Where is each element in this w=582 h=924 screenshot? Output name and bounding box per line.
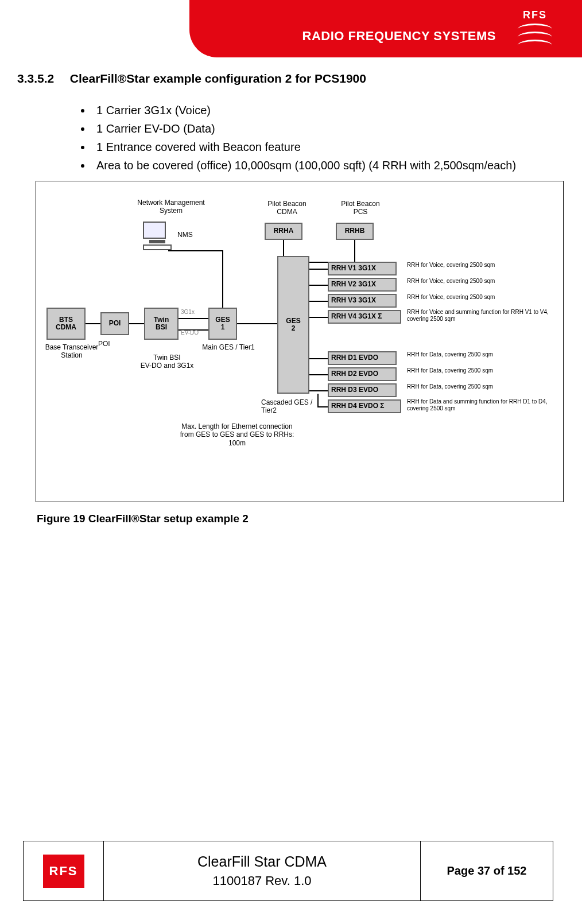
- list-item: 1 Carrier EV-DO (Data): [92, 120, 565, 137]
- poi-label: POI: [98, 340, 110, 348]
- nms-label: NMS: [177, 231, 193, 239]
- rrha-box: RRHA: [265, 223, 302, 240]
- rrh-d3-box: RRH D3 EVDO: [328, 383, 397, 397]
- footer-doc-title: ClearFill Star CDMA: [197, 853, 327, 870]
- link-evdo-label: EV-DO: [181, 329, 199, 336]
- rrh-v3-note: RRH for Voice, covering 2500 sqm: [407, 294, 556, 301]
- rrh-v4-box: RRH V4 3G1X Σ: [328, 310, 401, 324]
- ges1-box: GES 1: [208, 308, 237, 340]
- ges1-label: Main GES / Tier1: [185, 343, 271, 351]
- rrh-d2-note: RRH for Data, covering 2500 sqm: [407, 367, 556, 374]
- rrh-d1-box: RRH D1 EVDO: [328, 351, 397, 365]
- brand-tagline: RADIO FREQUENCY SYSTEMS: [302, 29, 496, 44]
- rfs-logo-icon: RFS: [518, 9, 552, 48]
- page-header: RADIO FREQUENCY SYSTEMS RFS: [0, 0, 582, 57]
- rrhb-box: RRHB: [336, 223, 374, 240]
- footer-logo-cell: RFS: [24, 841, 104, 900]
- ges2-box: GES 2: [277, 256, 309, 394]
- footer-title-cell: ClearFill Star CDMA 1100187 Rev. 1.0: [104, 841, 421, 900]
- list-item: 1 Entrance covered with Beacon feature: [92, 138, 565, 156]
- footer-page-cell: Page 37 of 152: [421, 841, 553, 900]
- section-title: ClearFill®Star example configuration 2 f…: [70, 72, 366, 85]
- bts-box: BTS CDMA: [46, 308, 86, 340]
- twin-bsi-box: Twin BSI: [144, 308, 179, 340]
- footer-doc-revision: 1100187 Rev. 1.0: [212, 873, 311, 888]
- bullet-list: 1 Carrier 3G1x (Voice) 1 Carrier EV-DO (…: [92, 102, 565, 174]
- rrh-v4-note: RRH for Voice and summing function for R…: [407, 309, 562, 322]
- page-content: 3.3.5.2 ClearFill®Star example configura…: [17, 72, 565, 525]
- network-diagram: Network Management System NMS Pilot Beac…: [36, 181, 564, 502]
- rrh-d4-note: RRH for Data and summing function for RR…: [407, 398, 562, 411]
- page-footer: RFS ClearFill Star CDMA 1100187 Rev. 1.0…: [23, 841, 553, 901]
- list-item: Area to be covered (office) 10,000sqm (1…: [92, 157, 565, 174]
- twin-bsi-label: Twin BSI EV-DO and 3G1x: [127, 354, 207, 370]
- rrh-v2-box: RRH V2 3G1X: [328, 278, 397, 292]
- rrh-d1-note: RRH for Data, covering 2500 sqm: [407, 351, 556, 358]
- figure-caption: Figure 19 ClearFill®Star setup example 2: [37, 513, 565, 525]
- bts-label: Base Transceiver Station: [37, 343, 106, 360]
- rrh-v3-box: RRH V3 3G1X: [328, 294, 397, 308]
- rrh-v2-note: RRH for Voice, covering 2500 sqm: [407, 278, 556, 285]
- ethernet-note: Max. Length for Ethernet connection from…: [151, 422, 323, 447]
- rrh-d2-box: RRH D2 EVDO: [328, 367, 397, 381]
- nms-title-label: Network Management System: [122, 199, 220, 215]
- pilot-pcs-label: Pilot Beacon PCS: [329, 200, 392, 216]
- poi-box: POI: [100, 312, 129, 335]
- computer-icon: [143, 222, 172, 250]
- section-heading: 3.3.5.2 ClearFill®Star example configura…: [17, 72, 565, 86]
- section-number: 3.3.5.2: [17, 72, 67, 86]
- list-item: 1 Carrier 3G1x (Voice): [92, 102, 565, 119]
- rrh-d3-note: RRH for Data, covering 2500 sqm: [407, 383, 556, 390]
- footer-rfs-logo-icon: RFS: [43, 855, 84, 888]
- rrh-d4-box: RRH D4 EVDO Σ: [328, 399, 401, 413]
- rrh-v1-note: RRH for Voice, covering 2500 sqm: [407, 262, 556, 269]
- footer-page-number: Page 37 of 152: [447, 864, 527, 878]
- rrh-v1-box: RRH V1 3G1X: [328, 262, 397, 275]
- pilot-cdma-label: Pilot Beacon CDMA: [255, 200, 319, 216]
- link-3g1x-label: 3G1x: [181, 309, 195, 316]
